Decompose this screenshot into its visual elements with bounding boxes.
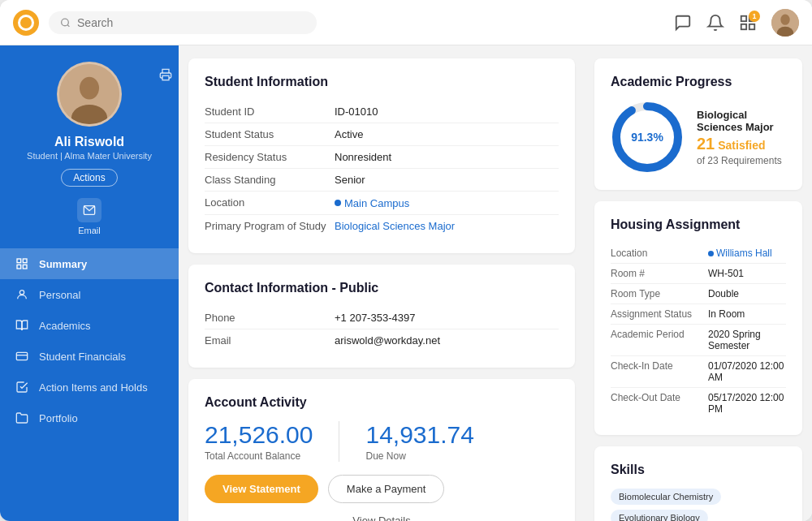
- svg-line-1: [67, 24, 69, 26]
- academic-period-row: Academic Period 2020 Spring Semester: [611, 325, 786, 356]
- svg-rect-2: [741, 15, 746, 20]
- chat-icon-button[interactable]: [674, 14, 692, 32]
- skills-card: Skills Biomolecular Chemistry Evolutiona…: [594, 446, 802, 521]
- svg-rect-12: [162, 75, 169, 80]
- email-label: Email: [78, 226, 101, 235]
- housing-card: Housing Assignment Location Williams Hal…: [594, 201, 802, 435]
- workday-logo[interactable]: [13, 10, 39, 36]
- summary-label: Summary: [39, 258, 87, 270]
- housing-location-value[interactable]: Williams Hall: [708, 248, 772, 259]
- phone-row: Phone +1 207-353-4397: [205, 307, 559, 329]
- chat-icon: [674, 14, 692, 32]
- checkin-label: Check-In Date: [611, 360, 708, 383]
- room-number-value: WH-501: [708, 268, 744, 279]
- sidebar-item-personal[interactable]: Personal: [0, 279, 179, 310]
- student-id-label: Student ID: [205, 105, 335, 118]
- svg-point-18: [19, 291, 24, 295]
- action-items-label: Action Items and Holds: [39, 381, 148, 394]
- content-area: Student Information Student ID ID-01010 …: [179, 45, 812, 521]
- portfolio-label: Portfolio: [39, 412, 78, 424]
- progress-major: Biological Sciences Major: [697, 109, 786, 133]
- content-right: Academic Progress 91.3% Biological Scien…: [585, 45, 812, 521]
- email-field-label: Email: [205, 334, 335, 347]
- total-balance-section: 21,526.00 Total Account Balance: [205, 421, 313, 462]
- satisfied-count: 21: [697, 135, 715, 153]
- class-standing-row: Class Standing Senior: [205, 169, 559, 192]
- student-status-value: Active: [335, 128, 363, 140]
- svg-rect-15: [23, 259, 27, 263]
- progress-section: 91.3% Biological Sciences Major 21 Satis…: [611, 101, 786, 174]
- svg-rect-5: [749, 24, 754, 28]
- sidebar-item-portfolio[interactable]: Portfolio: [0, 403, 179, 433]
- apps-badge: 1: [749, 11, 760, 22]
- account-divider: [339, 421, 339, 462]
- summary-icon: [15, 256, 29, 271]
- academics-icon: [15, 318, 29, 333]
- search-bar[interactable]: [49, 11, 317, 34]
- total-balance-amount: 21,526.00: [205, 421, 313, 449]
- account-numbers: 21,526.00 Total Account Balance 14,931.7…: [205, 421, 559, 462]
- print-icon[interactable]: [159, 68, 172, 84]
- actions-button[interactable]: Actions: [61, 169, 117, 187]
- residency-value: Nonresident: [335, 151, 391, 163]
- bell-icon: [706, 14, 724, 32]
- student-info-card: Student Information Student ID ID-01010 …: [188, 58, 575, 253]
- room-type-row: Room Type Double: [611, 284, 786, 304]
- svg-rect-14: [17, 259, 21, 263]
- academic-progress-title: Academic Progress: [611, 75, 786, 89]
- student-id-value: ID-01010: [335, 105, 378, 118]
- main-layout: Ali Riswold Student | Alma Mater Univers…: [0, 45, 812, 521]
- svg-point-0: [62, 19, 69, 26]
- apps-icon-button[interactable]: 1: [739, 14, 757, 32]
- donut-percentage: 91.3%: [631, 131, 663, 144]
- sidebar-item-action-items[interactable]: Action Items and Holds: [0, 372, 179, 403]
- checkout-row: Check-Out Date 05/17/2020 12:00 PM: [611, 388, 786, 419]
- location-dot: [335, 200, 341, 206]
- assignment-status-value: In Room: [708, 308, 745, 320]
- location-value[interactable]: Main Campus: [335, 197, 409, 209]
- program-label: Primary Program of Study: [205, 220, 335, 232]
- assignment-status-label: Assignment Status: [611, 308, 708, 320]
- svg-rect-16: [17, 265, 21, 269]
- financials-label: Student Financials: [39, 351, 126, 363]
- sidebar-item-summary[interactable]: Summary: [0, 248, 179, 279]
- academic-period-value: 2020 Spring Semester: [708, 329, 786, 351]
- room-number-row: Room # WH-501: [611, 264, 786, 284]
- account-activity-card: Account Activity 21,526.00 Total Account…: [188, 379, 575, 522]
- housing-location-label: Location: [611, 248, 708, 259]
- bell-icon-button[interactable]: [706, 14, 724, 32]
- donut-chart: 91.3%: [611, 101, 684, 174]
- action-items-icon: [15, 380, 29, 394]
- due-now-amount: 14,931.74: [365, 421, 473, 449]
- skill-tag-1: Evolutionary Biology: [611, 510, 708, 521]
- svg-rect-4: [741, 24, 746, 28]
- email-button[interactable]: Email: [77, 198, 102, 235]
- skills-wrap: Biomolecular Chemistry Evolutionary Biol…: [611, 489, 786, 521]
- academic-progress-card: Academic Progress 91.3% Biological Scien…: [594, 58, 802, 190]
- checkout-label: Check-Out Date: [611, 392, 708, 415]
- email-row: Email ariswold@workday.net: [205, 329, 559, 351]
- user-avatar[interactable]: [771, 9, 799, 37]
- skills-title: Skills: [611, 463, 786, 477]
- housing-location-row: Location Williams Hall: [611, 243, 786, 264]
- checkin-value: 01/07/2020 12:00 AM: [708, 360, 786, 383]
- sidebar-item-academics[interactable]: Academics: [0, 310, 179, 341]
- housing-title: Housing Assignment: [611, 217, 786, 232]
- make-payment-button[interactable]: Make a Payment: [328, 475, 445, 503]
- view-details-link[interactable]: View Details: [205, 515, 559, 522]
- due-now-label: Due Now: [365, 450, 473, 462]
- residency-row: Residency Status Nonresident: [205, 146, 559, 169]
- program-value[interactable]: Biological Sciences Major: [335, 220, 455, 232]
- view-statement-button[interactable]: View Statement: [205, 475, 318, 503]
- residency-label: Residency Status: [205, 151, 335, 163]
- email-field-value: ariswold@workday.net: [335, 334, 440, 347]
- academics-label: Academics: [39, 320, 91, 332]
- student-role: Student | Alma Mater University: [27, 151, 152, 161]
- contact-info-title: Contact Information - Public: [205, 281, 559, 295]
- due-now-section: 14,931.74 Due Now: [365, 421, 473, 462]
- search-input[interactable]: [77, 16, 305, 29]
- account-actions: View Statement Make a Payment: [205, 475, 559, 503]
- class-standing-value: Senior: [335, 174, 365, 186]
- content-left: Student Information Student ID ID-01010 …: [179, 45, 585, 521]
- sidebar-item-financials[interactable]: Student Financials: [0, 341, 179, 372]
